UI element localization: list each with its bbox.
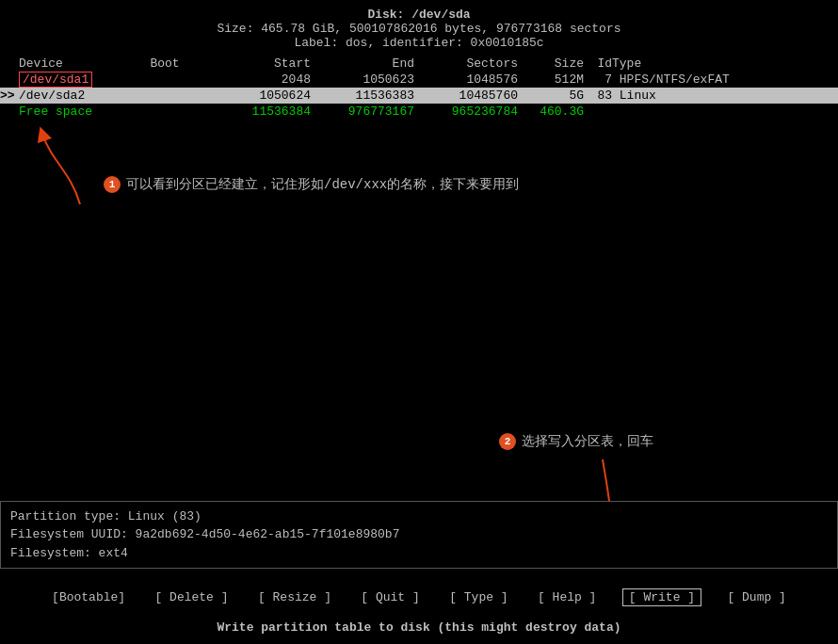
disk-info: Disk: /dev/sda Size: 465.78 GiB, 5001078… [0,0,838,54]
col-size-header: Size [518,56,584,72]
menu-delete[interactable]: [ Delete ] [152,590,233,604]
annotation-2-label: 选择写入分区表，回车 [522,433,653,450]
table-row[interactable]: /dev/sda1 2048 1050623 1048576 512M 7 HP… [0,72,838,88]
partition-table: Device Boot Start End Sectors Size Id Ty… [0,56,838,120]
filesystem-type-line: Filesystem: ext4 [10,544,828,563]
col-id-header: Id [584,56,612,72]
partition-type-line: Partition type: Linux (83) [10,507,828,526]
badge-1: 1 [104,176,121,193]
main-container: Disk: /dev/sda Size: 465.78 GiB, 5001078… [0,0,838,644]
menu-bar: [Bootable] [ Delete ] [ Resize ] [ Quit … [0,590,838,604]
table-row[interactable]: Free space 11536384 976773167 965236784 … [0,104,838,120]
disk-title: Disk: /dev/sda [0,8,838,22]
bottom-info-panel: Partition type: Linux (83) Filesystem UU… [0,501,838,570]
annotation-1-label: 可以看到分区已经建立，记住形如/dev/xxx的名称，接下来要用到 [126,176,519,193]
menu-write[interactable]: [ Write ] [622,588,701,606]
col-end-header: End [311,56,414,72]
filesystem-uuid-line: Filesystem UUID: 9a2db692-4d50-4e62-ab15… [10,525,828,544]
annotation-1-area: 1 可以看到分区已经建立，记住形如/dev/xxx的名称，接下来要用到 [0,124,838,237]
menu-quit[interactable]: [ Quit ] [357,590,423,604]
device-cell-sda1: /dev/sda1 [19,72,92,88]
col-start-header: Start [207,56,311,72]
disk-label-line: Label: dos, identifier: 0x0010185c [0,36,838,50]
menu-help[interactable]: [ Help ] [534,590,600,604]
menu-dump[interactable]: [ Dump ] [723,590,789,604]
annotation-1-text: 1 可以看到分区已经建立，记住形如/dev/xxx的名称，接下来要用到 [104,176,519,193]
badge-2: 2 [499,433,516,450]
table-header-row: Device Boot Start End Sectors Size Id Ty… [0,56,838,72]
menu-type[interactable]: [ Type ] [445,590,511,604]
arrow-1-svg [28,124,122,209]
col-type-header: Type [612,56,838,72]
menu-resize[interactable]: [ Resize ] [254,590,335,604]
col-device-header: Device [19,56,122,72]
annotation-2-area: 2 选择写入分区表，回车 [0,433,838,450]
col-boot-header: Boot [122,56,207,72]
table-row[interactable]: >> /dev/sda2 1050624 11536383 10485760 5… [0,88,838,104]
disk-size-line: Size: 465.78 GiB, 500107862016 bytes, 97… [0,22,838,36]
col-sectors-header: Sectors [414,56,518,72]
menu-bootable[interactable]: [Bootable] [48,590,129,604]
partition-table-wrapper: Device Boot Start End Sectors Size Id Ty… [0,56,838,120]
bottom-warning: Write partition table to disk (this migh… [0,620,838,635]
annotation-2-text: 2 选择写入分区表，回车 [499,433,838,450]
